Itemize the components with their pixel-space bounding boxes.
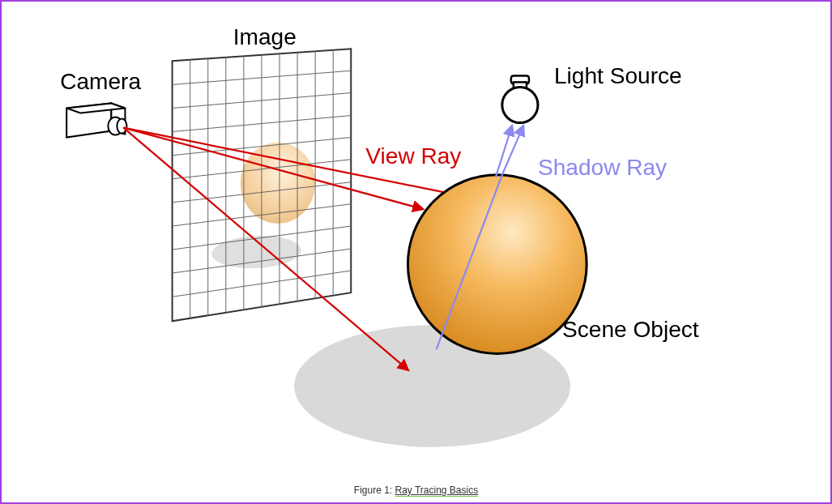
camera-icon — [66, 103, 126, 137]
image-label: Image — [233, 24, 297, 49]
scene-sphere — [407, 175, 587, 354]
figure-caption: Figure 1: Ray Tracing Basics — [2, 485, 830, 496]
svg-line-27 — [502, 126, 523, 175]
light-source-label: Light Source — [554, 63, 682, 88]
svg-point-22 — [117, 119, 126, 134]
caption-link[interactable]: Ray Tracing Basics — [395, 485, 479, 497]
svg-point-1 — [241, 143, 315, 224]
svg-point-31 — [502, 87, 538, 122]
ray-tracing-diagram: Camera Image View Ray Shadow Ray Light S… — [10, 10, 822, 478]
camera-label: Camera — [60, 69, 141, 94]
diagram-canvas: Camera Image View Ray Shadow Ray Light S… — [10, 10, 822, 478]
view-ray-label: View Ray — [365, 143, 461, 169]
scene-object-label: Scene Object — [562, 317, 699, 342]
image-plane — [173, 49, 352, 321]
light-source-icon — [502, 75, 538, 122]
caption-prefix: Figure 1: — [354, 485, 395, 496]
shadow-ray-label: Shadow Ray — [538, 155, 667, 180]
